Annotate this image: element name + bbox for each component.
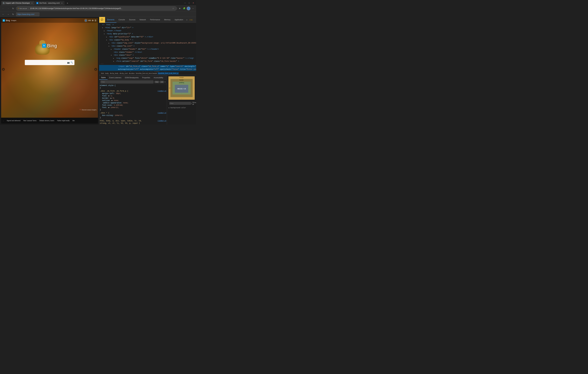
collections-button[interactable]: ★ — [178, 6, 182, 11]
breadcrumb-form[interactable]: form#sb_form.sb_form.hassbi — [135, 72, 158, 75]
profile-avatar: 👤 — [187, 7, 190, 10]
tab-bing-close[interactable]: ✕ — [61, 2, 63, 4]
tab-application[interactable]: Application — [172, 17, 185, 23]
breadcrumb-input[interactable]: input#sb_form_q.sb_form_q — [158, 72, 179, 75]
tab-bing[interactable]: M DevTools - www.bing.com/ ✕ — [35, 1, 64, 5]
extensions-button[interactable]: 🧩 — [182, 6, 186, 11]
dom-line-dimmer[interactable]: <div class="dimmer" ></div> — [99, 51, 196, 54]
dom-line-input-selected[interactable]: <input id="sb_form_q" class="sb_form_q" … — [99, 65, 196, 68]
style-source-html[interactable]: (index):6 — [158, 120, 166, 122]
minimize-button[interactable]: ─ — [183, 1, 187, 5]
user-profile-button[interactable]: 👤 — [187, 6, 191, 11]
dom-line-svg[interactable]: ▶ <svg class="logo" fill="white" viewBox… — [99, 57, 196, 60]
show-all-checkbox[interactable] — [191, 103, 192, 104]
breadcrumb-html[interactable]: html — [100, 72, 105, 75]
maximize-button[interactable]: □ — [187, 1, 191, 5]
tab-event-listeners[interactable]: Event Listeners — [107, 76, 123, 80]
tab-memory[interactable]: Memory — [162, 17, 172, 23]
bing-menu-icon[interactable]: ☰ — [94, 19, 96, 21]
dom-line-imgcont[interactable]: ▶ <div class="img_cont" style="backgroun… — [99, 42, 196, 45]
style-close-element: } — [100, 87, 166, 89]
inspect-element-button[interactable] — [99, 17, 105, 23]
bing-nav-images[interactable]: Images — [11, 20, 16, 21]
tab-elements[interactable]: Elements — [105, 17, 116, 23]
dom-line-html[interactable]: ▼ <html lang="en" dir="ltr" > — [99, 26, 196, 29]
bing-search-field[interactable] — [26, 61, 66, 64]
bing-news-2[interactable]: Debate winners, losers — [39, 120, 54, 121]
tab-accessibility[interactable]: Accessibility — [152, 76, 165, 80]
dom-line-hpbody[interactable]: ▼ <div class="hp_body " > — [99, 39, 196, 42]
tab-network[interactable]: Network — [137, 17, 148, 23]
bing-news-0[interactable]: Signed and delivered — [7, 120, 21, 121]
bing-navbar: b Bing Images 👤 695 ⚙ ☰ — [1, 18, 98, 23]
browser-page: b Bing Images 👤 695 ⚙ ☰ — [0, 17, 99, 125]
breadcrumb-hpbody[interactable]: div.hp_body — [109, 72, 119, 75]
bing-news-1[interactable]: New 'caravan' forms — [23, 120, 36, 121]
refresh-button[interactable]: ↻ — [11, 6, 15, 11]
carousel-next[interactable]: › — [94, 68, 97, 71]
dom-line-body[interactable]: ▼ <body data-priority="2" > — [99, 32, 196, 35]
bing-logo-icon: b — [3, 19, 5, 21]
tab-devtools-close[interactable]: ✕ — [31, 2, 33, 4]
second-forward-button[interactable]: → — [6, 12, 10, 16]
bing-search-input-container[interactable]: 📷 🔍 — [25, 60, 74, 65]
forward-button[interactable]: → — [6, 6, 10, 11]
breadcrumb-body[interactable]: body — [105, 72, 109, 75]
dom-line-ajaxstyles[interactable]: ▶ <div id="ajaxStyles" data-bm="42" >…</… — [99, 35, 196, 39]
devtools-panel: Elements Console Sources Network Perform… — [99, 17, 196, 125]
tab-styles[interactable]: Styles — [99, 76, 107, 80]
dom-line-header[interactable]: ▶ <header class="header" id="hdr" >…</he… — [99, 48, 196, 51]
bing-settings-icon[interactable]: ⚙ — [92, 19, 94, 21]
bing-logo-area: b Bing — [42, 43, 57, 48]
menu-button[interactable]: ⋯ — [191, 6, 195, 11]
background-color-prop: ▶ background-color — [168, 106, 195, 109]
style-prop-font-size: font-size: 1.125rem; — [100, 104, 166, 107]
tab-sources[interactable]: Sources — [127, 17, 137, 23]
bing-news-4[interactable]: Am — [73, 120, 75, 121]
filter-buttons: :hov .cls + — [154, 81, 166, 83]
second-address-input[interactable]: https://www.bing.com/ — [16, 12, 39, 16]
dom-line-head[interactable]: ▶ <head>…</head> — [99, 29, 196, 32]
dom-line-hpcont[interactable]: ▼ <div class="hp_cont" > — [99, 45, 196, 48]
tab-devtools[interactable]: 🔧 Inspect with Chrome Developer ✕ — [1, 1, 35, 5]
prop-triangle-icon[interactable]: ▶ — [169, 107, 169, 108]
style-prop-webkit-appearance: -webkit-appearance: none; — [100, 102, 166, 104]
second-back-button[interactable]: ← — [1, 12, 5, 16]
style-source-sbox[interactable]: (index):6 — [158, 90, 166, 92]
cls-button[interactable]: .cls — [160, 81, 164, 83]
breadcrumb-sbox[interactable]: div.sbox — [128, 72, 135, 75]
dom-line-doctype[interactable]: <!- html -> — [99, 23, 196, 26]
tab-performance[interactable]: Performance — [148, 17, 162, 23]
breadcrumb-hpcont[interactable]: div.hp_cont — [119, 72, 128, 75]
add-style-button[interactable]: + — [165, 81, 166, 83]
dom-line-form[interactable]: ▼ <form action="/search" id="sb_form" cl… — [99, 60, 196, 63]
style-source-sbox-star[interactable]: (index):6 — [158, 112, 166, 114]
bm-margin-top: - — [181, 77, 182, 78]
box-model-diagram: margin 10 - - - border padding — [168, 76, 195, 100]
back-button[interactable]: ← — [1, 6, 5, 11]
tab-dom-breakpoints[interactable]: DOM Breakpoints — [123, 76, 140, 80]
bing-camera-icon[interactable]: 📷 — [67, 61, 70, 64]
carousel-prev[interactable]: ‹ — [2, 68, 5, 71]
bookmark-button[interactable]: ☆ — [171, 7, 175, 10]
address-input[interactable]: ℹ Not secure | 10.68.241.216:50080/msedg… — [16, 6, 177, 11]
dom-line-input-attrs[interactable]: autocapitalize="off" autocomplete="off" … — [99, 68, 196, 71]
bing-background: b Bing Images 👤 695 ⚙ ☰ — [1, 18, 98, 118]
not-secure-label: Not secure — [19, 8, 27, 9]
address-bar: ← → ↻ ℹ Not secure | 10.68.241.216:50080… — [0, 5, 196, 12]
tab-properties[interactable]: Properties — [140, 76, 152, 80]
close-window-button[interactable]: ✕ — [191, 1, 195, 5]
bing-search-submit-icon[interactable]: 🔍 — [71, 61, 73, 64]
more-tabs-button[interactable]: » — [185, 19, 189, 21]
bing-user-icon[interactable]: 👤 — [84, 19, 87, 22]
tab-console[interactable]: Console — [116, 17, 127, 23]
second-refresh-button[interactable]: ↻ — [11, 12, 15, 16]
bing-news-3[interactable]: Father might testify — [57, 120, 70, 121]
hov-button[interactable]: :hov — [154, 81, 159, 83]
styles-filter-input[interactable] — [100, 80, 154, 83]
style-rule-element: element.style { } — [100, 85, 166, 89]
dom-line-sbox[interactable]: ▼ <div class="sbox" > — [99, 54, 196, 57]
box-filter-input[interactable] — [169, 102, 191, 105]
new-tab-button[interactable]: + — [65, 1, 69, 5]
dom-tree[interactable]: <!- html -> ▼ <html lang="en" dir="ltr" … — [99, 23, 196, 72]
